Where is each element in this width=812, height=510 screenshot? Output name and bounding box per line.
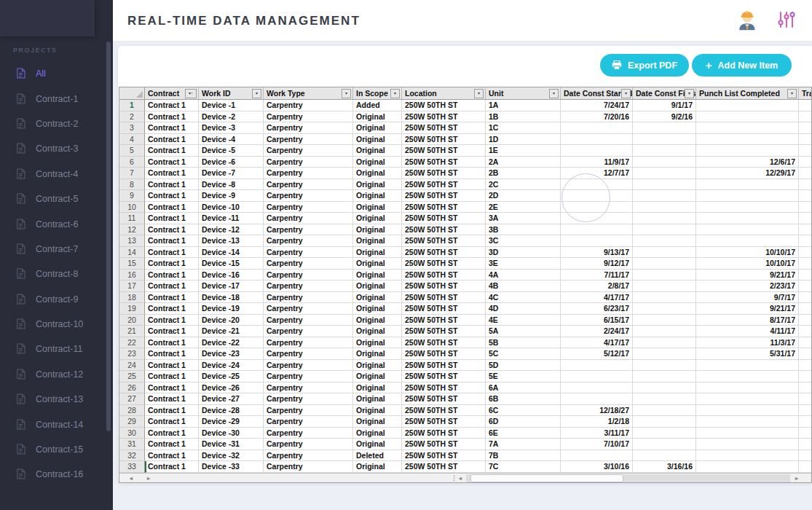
- cell-work_id[interactable]: Device -14: [199, 247, 264, 259]
- cell-tran[interactable]: [799, 179, 812, 191]
- cell-unit[interactable]: 2C: [486, 179, 561, 191]
- cell-work_type[interactable]: Carpentry: [264, 360, 353, 372]
- cell-punch_list_completed[interactable]: 10/10/17: [696, 258, 799, 270]
- cell-in_scope[interactable]: Original: [353, 190, 402, 202]
- cell-punch_list_completed[interactable]: [696, 360, 799, 372]
- cell-punch_list_completed[interactable]: 9/7/17: [696, 292, 799, 304]
- cell-contract[interactable]: Contract 1: [145, 393, 199, 405]
- add-new-item-button[interactable]: + Add New Item: [692, 54, 792, 76]
- sheet-tab-scroll-left-icon[interactable]: ◂: [130, 474, 133, 482]
- cell-tran[interactable]: [799, 134, 812, 146]
- cell-location[interactable]: 250W 50TH ST: [402, 157, 486, 168]
- cell-location[interactable]: 250W 50TH ST: [402, 100, 486, 111]
- cell-contract[interactable]: Contract 1: [145, 450, 199, 462]
- cell-work_type[interactable]: Carpentry: [264, 190, 353, 202]
- cell-in_scope[interactable]: Original: [353, 348, 402, 360]
- cell-date_const_finish[interactable]: [633, 315, 696, 326]
- cell-unit[interactable]: 6A: [486, 382, 561, 394]
- cell-work_type[interactable]: Carpentry: [264, 337, 353, 349]
- cell-punch_list_completed[interactable]: [696, 224, 799, 236]
- cell-unit[interactable]: 1E: [486, 145, 561, 157]
- cell-contract[interactable]: Contract 1: [145, 224, 199, 236]
- cell-in_scope[interactable]: Added: [353, 100, 402, 111]
- cell-unit[interactable]: 5C: [486, 348, 561, 360]
- cell-location[interactable]: 250W 50TH ST: [402, 280, 486, 292]
- cell-unit[interactable]: 7C: [486, 461, 561, 473]
- cell-work_id[interactable]: Device -27: [199, 393, 264, 405]
- row-number[interactable]: 24: [119, 360, 145, 372]
- cell-unit[interactable]: 2D: [486, 190, 561, 202]
- cell-punch_list_completed[interactable]: [696, 371, 799, 382]
- cell-unit[interactable]: 2B: [486, 168, 561, 179]
- cell-unit[interactable]: 4B: [486, 280, 561, 292]
- cell-unit[interactable]: 3B: [486, 224, 561, 236]
- cell-unit[interactable]: 1C: [486, 122, 561, 134]
- row-number[interactable]: 15: [119, 258, 145, 270]
- cell-work_type[interactable]: Carpentry: [264, 235, 353, 247]
- cell-tran[interactable]: [799, 213, 812, 224]
- cell-contract[interactable]: Contract 1: [145, 439, 199, 450]
- cell-unit[interactable]: 3E: [486, 258, 561, 270]
- cell-location[interactable]: 250W 50TH ST: [402, 416, 486, 428]
- row-number[interactable]: 9: [119, 190, 145, 202]
- cell-work_id[interactable]: Device -9: [199, 190, 264, 202]
- row-number[interactable]: 23: [119, 348, 145, 360]
- cell-unit[interactable]: 5B: [486, 337, 561, 349]
- cell-in_scope[interactable]: Original: [353, 315, 402, 326]
- cell-punch_list_completed[interactable]: [696, 134, 799, 146]
- cell-date_const_finish[interactable]: [633, 179, 696, 191]
- cell-work_type[interactable]: Carpentry: [264, 134, 353, 146]
- row-number[interactable]: 2: [119, 111, 145, 123]
- cell-contract[interactable]: Contract 1: [145, 179, 199, 191]
- sidebar-item-contract-11[interactable]: Contract-11: [0, 337, 106, 361]
- cell-date_const_finish[interactable]: [633, 270, 696, 281]
- cell-tran[interactable]: [799, 100, 812, 111]
- cell-contract[interactable]: Contract 1: [145, 405, 199, 417]
- cell-date_const_started[interactable]: 9/12/17: [561, 258, 633, 270]
- cell-in_scope[interactable]: Original: [353, 292, 402, 304]
- cell-date_const_started[interactable]: [561, 134, 633, 146]
- cell-tran[interactable]: [799, 337, 812, 349]
- sidebar-scrollbar[interactable]: [106, 42, 111, 431]
- cell-location[interactable]: 250W 50TH ST: [402, 382, 486, 394]
- hscroll-right-arrow-icon[interactable]: ▸: [795, 474, 798, 482]
- cell-tran[interactable]: [799, 439, 812, 450]
- cell-in_scope[interactable]: Original: [353, 393, 402, 405]
- cell-date_const_finish[interactable]: [633, 416, 696, 428]
- cell-contract[interactable]: Contract 1: [145, 111, 199, 123]
- cell-tran[interactable]: [799, 416, 812, 428]
- cell-location[interactable]: 250W 50TH ST: [402, 428, 486, 439]
- cell-unit[interactable]: 7B: [486, 450, 561, 462]
- cell-date_const_started[interactable]: 3/11/17: [561, 428, 633, 439]
- cell-punch_list_completed[interactable]: 12/6/17: [696, 157, 799, 168]
- cell-unit[interactable]: 4D: [486, 303, 561, 315]
- cell-unit[interactable]: 7A: [486, 439, 561, 450]
- cell-contract[interactable]: Contract 1: [145, 280, 199, 292]
- cell-contract[interactable]: Contract 1: [145, 292, 199, 304]
- cell-contract[interactable]: Contract 1: [145, 202, 199, 213]
- cell-date_const_started[interactable]: [561, 393, 633, 405]
- sidebar-item-all[interactable]: All: [0, 61, 106, 86]
- filter-sliders-icon[interactable]: [777, 10, 796, 29]
- cell-date_const_finish[interactable]: [633, 303, 696, 315]
- cell-date_const_finish[interactable]: [633, 360, 696, 372]
- cell-punch_list_completed[interactable]: 10/10/17: [696, 247, 799, 259]
- cell-tran[interactable]: [799, 348, 812, 360]
- cell-location[interactable]: 250W 50TH ST: [402, 439, 486, 450]
- cell-punch_list_completed[interactable]: 8/17/17: [696, 315, 799, 326]
- cell-punch_list_completed[interactable]: [696, 202, 799, 213]
- cell-date_const_started[interactable]: 5/12/17: [561, 348, 633, 360]
- cell-work_type[interactable]: Carpentry: [264, 258, 353, 270]
- cell-work_id[interactable]: Device -17: [199, 280, 264, 292]
- cell-location[interactable]: 250W 50TH ST: [402, 258, 486, 270]
- cell-work_type[interactable]: Carpentry: [264, 371, 353, 382]
- cell-work_id[interactable]: Device -21: [199, 326, 264, 337]
- row-number[interactable]: 8: [119, 179, 145, 191]
- cell-tran[interactable]: [799, 360, 812, 372]
- cell-work_id[interactable]: Device -26: [199, 382, 264, 394]
- cell-tran[interactable]: [799, 461, 812, 473]
- sidebar-item-contract-7[interactable]: Contract-7: [0, 237, 106, 262]
- cell-in_scope[interactable]: Original: [353, 202, 402, 213]
- cell-location[interactable]: 250W 50TH ST: [402, 450, 486, 462]
- cell-location[interactable]: 250W 50TH ST: [402, 168, 486, 179]
